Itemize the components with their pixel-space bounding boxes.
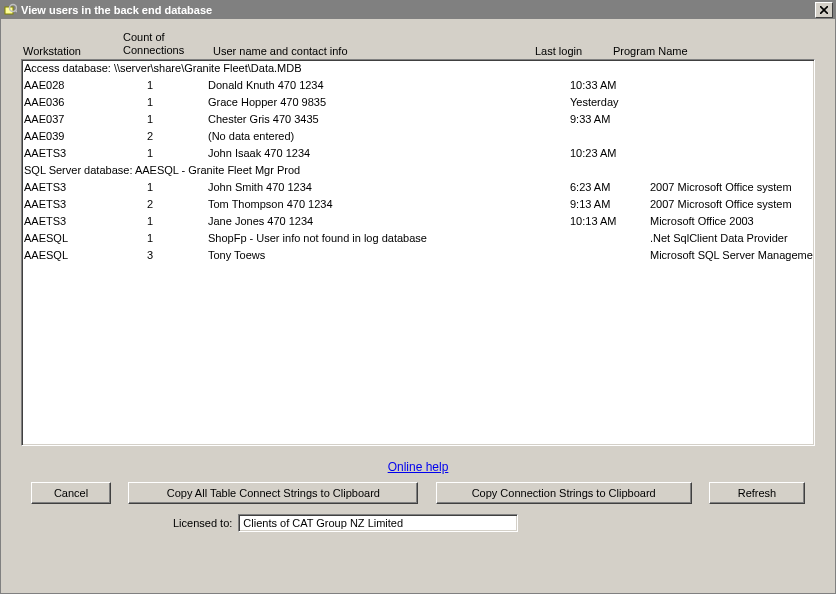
cell-program: Microsoft Office 2003 bbox=[650, 215, 814, 227]
table-row[interactable]: AAETS31Jane Jones 470 123410:13 AMMicros… bbox=[24, 214, 814, 231]
cell-workstation: AAETS3 bbox=[24, 215, 132, 227]
cell-count: 2 bbox=[132, 198, 168, 210]
group-header[interactable]: SQL Server database: AAESQL - Granite Fl… bbox=[24, 163, 814, 180]
cell-user: Tom Thompson 470 1234 bbox=[168, 198, 570, 210]
cell-last-login: Yesterday bbox=[570, 96, 650, 108]
cell-workstation: AAE028 bbox=[24, 79, 132, 91]
svg-line-2 bbox=[15, 10, 17, 12]
titlebar: View users in the back end database bbox=[1, 1, 835, 19]
cell-program: 2007 Microsoft Office system bbox=[650, 181, 814, 193]
table-row[interactable]: AAESQL1ShopFp - User info not found in l… bbox=[24, 231, 814, 248]
cell-user: Chester Gris 470 3435 bbox=[168, 113, 570, 125]
cell-user: John Smith 470 1234 bbox=[168, 181, 570, 193]
cell-count: 3 bbox=[132, 249, 168, 261]
cell-workstation: AAETS3 bbox=[24, 198, 132, 210]
cell-user: (No data entered) bbox=[168, 130, 570, 142]
copy-all-button[interactable]: Copy All Table Connect Strings to Clipbo… bbox=[128, 482, 418, 504]
user-list[interactable]: Access database: \\server\share\Granite … bbox=[21, 59, 815, 446]
header-program: Program Name bbox=[613, 45, 688, 57]
app-icon bbox=[3, 3, 17, 17]
cell-count: 1 bbox=[132, 147, 168, 159]
header-user: User name and contact info bbox=[213, 45, 348, 57]
cell-user: Donald Knuth 470 1234 bbox=[168, 79, 570, 91]
cell-last-login: 9:33 AM bbox=[570, 113, 650, 125]
close-button[interactable] bbox=[815, 2, 833, 18]
cell-count: 1 bbox=[132, 215, 168, 227]
cell-workstation: AAE037 bbox=[24, 113, 132, 125]
group-header[interactable]: Access database: \\server\share\Granite … bbox=[24, 61, 814, 78]
cell-workstation: AAE036 bbox=[24, 96, 132, 108]
cell-workstation: AAE039 bbox=[24, 130, 132, 142]
table-row[interactable]: AAETS31John Isaak 470 123410:23 AM bbox=[24, 146, 814, 163]
table-row[interactable]: AAETS31John Smith 470 12346:23 AM2007 Mi… bbox=[24, 180, 814, 197]
window-title: View users in the back end database bbox=[21, 4, 212, 16]
cell-workstation: AAETS3 bbox=[24, 147, 132, 159]
client-area: Workstation Count of Connections User na… bbox=[1, 19, 835, 593]
cell-user: Grace Hopper 470 9835 bbox=[168, 96, 570, 108]
cell-count: 2 bbox=[132, 130, 168, 142]
table-row[interactable]: AAE0392 (No data entered) bbox=[24, 129, 814, 146]
license-field: Clients of CAT Group NZ Limited bbox=[238, 514, 518, 532]
cell-count: 1 bbox=[132, 79, 168, 91]
license-row: Licensed to: Clients of CAT Group NZ Lim… bbox=[21, 514, 815, 532]
cell-user: Jane Jones 470 1234 bbox=[168, 215, 570, 227]
table-row[interactable]: AAE0361Grace Hopper 470 9835Yesterday bbox=[24, 95, 814, 112]
cell-workstation: AAESQL bbox=[24, 232, 132, 244]
cell-program: Microsoft SQL Server Manageme bbox=[650, 249, 814, 261]
table-row[interactable]: AAETS32Tom Thompson 470 12349:13 AM2007 … bbox=[24, 197, 814, 214]
online-help-link[interactable]: Online help bbox=[388, 460, 449, 474]
cell-count: 1 bbox=[132, 232, 168, 244]
cell-last-login: 10:23 AM bbox=[570, 147, 650, 159]
cell-workstation: AAETS3 bbox=[24, 181, 132, 193]
cell-workstation: AAESQL bbox=[24, 249, 132, 261]
cell-user: ShopFp - User info not found in log data… bbox=[168, 232, 570, 244]
header-last-login: Last login bbox=[535, 45, 582, 57]
cell-count: 1 bbox=[132, 181, 168, 193]
button-bar: Cancel Copy All Table Connect Strings to… bbox=[21, 482, 815, 504]
cell-program: .Net SqlClient Data Provider bbox=[650, 232, 814, 244]
table-row[interactable]: AAE0371Chester Gris 470 34359:33 AM bbox=[24, 112, 814, 129]
cell-user: John Isaak 470 1234 bbox=[168, 147, 570, 159]
cell-program: 2007 Microsoft Office system bbox=[650, 198, 814, 210]
cell-last-login: 6:23 AM bbox=[570, 181, 650, 193]
cell-last-login: 9:13 AM bbox=[570, 198, 650, 210]
cell-count: 1 bbox=[132, 113, 168, 125]
copy-connection-button[interactable]: Copy Connection Strings to Clipboard bbox=[436, 482, 692, 504]
cell-last-login: 10:13 AM bbox=[570, 215, 650, 227]
cell-user: Tony Toews bbox=[168, 249, 570, 261]
header-count-line2: Connections bbox=[123, 44, 184, 56]
header-workstation: Workstation bbox=[23, 45, 81, 57]
cell-count: 1 bbox=[132, 96, 168, 108]
column-headers: Workstation Count of Connections User na… bbox=[21, 27, 815, 59]
license-label: Licensed to: bbox=[173, 517, 232, 529]
window-frame: View users in the back end database Work… bbox=[0, 0, 836, 594]
help-link-container: Online help bbox=[21, 460, 815, 474]
header-count-line1: Count of bbox=[123, 31, 165, 43]
refresh-button[interactable]: Refresh bbox=[709, 482, 805, 504]
table-row[interactable]: AAE0281Donald Knuth 470 123410:33 AM bbox=[24, 78, 814, 95]
cell-last-login: 10:33 AM bbox=[570, 79, 650, 91]
table-row[interactable]: AAESQL3Tony ToewsMicrosoft SQL Server Ma… bbox=[24, 248, 814, 265]
header-count: Count of Connections bbox=[123, 31, 184, 57]
cancel-button[interactable]: Cancel bbox=[31, 482, 111, 504]
